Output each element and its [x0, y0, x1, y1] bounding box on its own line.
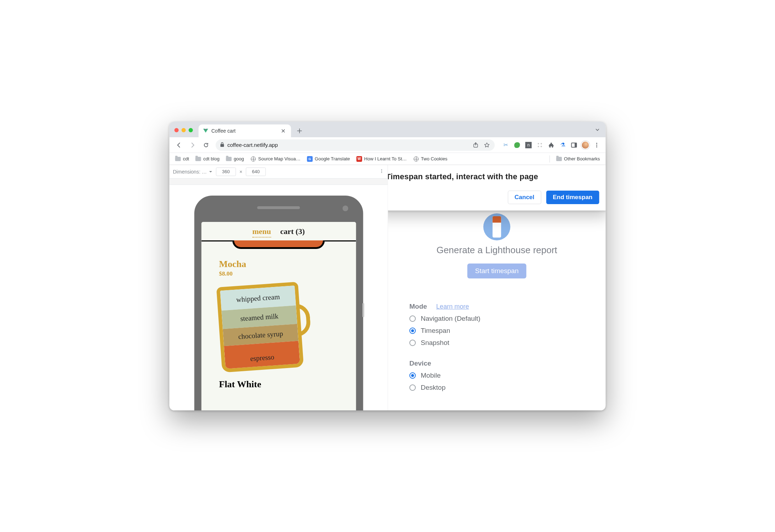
- bookmark-folder[interactable]: cdt blog: [193, 155, 222, 163]
- device-option-label: Mobile: [421, 372, 441, 379]
- toolbar-right-icons: ✂ ⚗: [498, 140, 602, 150]
- svg-point-13: [381, 172, 382, 173]
- device-option[interactable]: Mobile: [410, 372, 584, 379]
- product-card: Mocha $8.00 whipped cream steamed milk c…: [201, 249, 356, 377]
- browser-toolbar: coffee-cart.netlify.app ✂ ⚗: [170, 137, 606, 153]
- reload-button[interactable]: [200, 139, 212, 151]
- extension-n-icon[interactable]: [523, 140, 534, 150]
- bookmarks-divider: [549, 155, 550, 163]
- bookmark-link[interactable]: Two Cookies: [411, 155, 449, 163]
- bookmark-folder[interactable]: goog: [224, 155, 246, 163]
- svg-point-7: [541, 146, 542, 147]
- profile-avatar[interactable]: [580, 140, 591, 150]
- globe-icon: [413, 156, 418, 161]
- start-timespan-button[interactable]: Start timespan: [467, 264, 527, 278]
- mode-option[interactable]: Snapshot: [410, 339, 584, 347]
- lock-icon: [220, 142, 225, 148]
- timespan-modal: Timespan started, interact with the page…: [388, 165, 606, 211]
- bookmark-label: goog: [234, 156, 244, 161]
- url-text: coffee-cart.netlify.app: [228, 142, 278, 148]
- extension-labs-icon[interactable]: ⚗: [557, 140, 568, 150]
- vue-favicon-icon: [203, 128, 209, 134]
- browser-menu-button[interactable]: [592, 140, 602, 150]
- new-tab-button[interactable]: [295, 126, 305, 136]
- nav-menu-link[interactable]: menu: [252, 227, 271, 238]
- svg-point-10: [596, 146, 597, 147]
- address-bar[interactable]: coffee-cart.netlify.app: [216, 139, 495, 151]
- svg-point-4: [538, 143, 539, 144]
- globe-icon: [251, 156, 256, 161]
- bookmark-label: Source Map Visua…: [258, 156, 300, 161]
- svg-point-6: [538, 146, 539, 147]
- dropdown-icon: [209, 170, 212, 174]
- cup-layer: espresso: [224, 341, 300, 373]
- dimensions-label[interactable]: Dimensions: …: [173, 169, 207, 175]
- bookmark-link[interactable]: GGoogle Translate: [305, 155, 352, 163]
- bookmark-label: How I Learnt To St…: [364, 156, 407, 161]
- cancel-button[interactable]: Cancel: [508, 191, 541, 204]
- svg-point-12: [381, 171, 382, 172]
- bookmark-label: cdt blog: [203, 156, 220, 161]
- bookmark-star-button[interactable]: [483, 141, 491, 149]
- bookmark-link[interactable]: Source Map Visua…: [248, 155, 303, 163]
- lighthouse-heading: Generate a Lighthouse report: [437, 245, 557, 256]
- device-frame: menu cart (3) Mocha $8.00 whippe: [194, 196, 363, 410]
- extension-scissors-icon[interactable]: ✂: [501, 140, 511, 150]
- mode-option[interactable]: Timespan: [410, 327, 584, 335]
- maximize-window-button[interactable]: [189, 128, 193, 132]
- product-name: Flat White: [219, 379, 338, 390]
- tab-search-button[interactable]: [595, 127, 600, 134]
- side-panel-button[interactable]: [569, 140, 579, 150]
- back-button[interactable]: [173, 139, 185, 151]
- device-toolbar: Dimensions: … ×: [170, 165, 388, 179]
- content-area: Dimensions: … ×: [170, 165, 606, 410]
- device-option[interactable]: Desktop: [410, 384, 584, 392]
- tab-title: Coffee cart: [212, 128, 277, 134]
- close-tab-button[interactable]: ✕: [279, 127, 287, 135]
- svg-point-8: [596, 143, 597, 144]
- product-name: Mocha: [219, 259, 338, 270]
- cup-body-icon: whipped cream steamed milk chocolate syr…: [216, 282, 304, 372]
- extension-grid-icon[interactable]: [535, 140, 545, 150]
- lighthouse-logo-icon: [483, 213, 511, 240]
- mode-option[interactable]: Navigation (Default): [410, 315, 584, 323]
- viewport-height-input[interactable]: [246, 167, 266, 176]
- app-screen[interactable]: menu cart (3) Mocha $8.00 whippe: [201, 222, 356, 410]
- viewport-width-input[interactable]: [216, 167, 236, 176]
- bookmarks-bar: cdt cdt blog goog Source Map Visua… GGoo…: [170, 153, 606, 165]
- extension-green-icon[interactable]: [512, 140, 523, 150]
- share-button[interactable]: [471, 141, 480, 149]
- radio-checked-icon: [410, 328, 416, 334]
- browser-tab[interactable]: Coffee cart ✕: [199, 124, 291, 137]
- close-window-button[interactable]: [175, 128, 179, 132]
- window-controls: [175, 128, 193, 132]
- w-icon: W: [356, 156, 362, 162]
- extensions-menu-button[interactable]: [546, 140, 557, 150]
- bookmark-link[interactable]: WHow I Learnt To St…: [354, 155, 409, 163]
- end-timespan-button[interactable]: End timespan: [546, 191, 599, 204]
- other-bookmarks-folder[interactable]: Other Bookmarks: [554, 155, 602, 163]
- forward-button[interactable]: [187, 139, 199, 151]
- modal-title: Timespan started, interact with the page: [388, 172, 599, 181]
- svg-point-9: [596, 144, 597, 145]
- mode-option-label: Timespan: [421, 327, 450, 335]
- product-card: Flat White: [201, 379, 356, 390]
- device-option-label: Desktop: [421, 384, 446, 392]
- device-emulation-pane: Dimensions: … ×: [170, 165, 388, 410]
- bookmark-folder[interactable]: cdt: [173, 155, 191, 163]
- translate-icon: G: [307, 156, 312, 162]
- cup-illustration[interactable]: whipped cream steamed milk chocolate syr…: [215, 284, 315, 373]
- viewport-resize-handle[interactable]: [362, 303, 364, 317]
- minimize-window-button[interactable]: [182, 128, 186, 132]
- radio-icon: [410, 315, 416, 322]
- device-menu-button[interactable]: [379, 169, 384, 175]
- nav-cart-link[interactable]: cart (3): [280, 227, 305, 236]
- bookmark-label: Google Translate: [315, 156, 350, 161]
- mode-option-label: Navigation (Default): [421, 315, 481, 323]
- product-price: $8.00: [219, 270, 338, 277]
- learn-more-link[interactable]: Learn more: [436, 303, 469, 310]
- bookmark-label: Other Bookmarks: [564, 156, 600, 161]
- svg-point-11: [381, 169, 382, 170]
- lighthouse-settings: Mode Learn more Navigation (Default) Tim…: [388, 300, 606, 392]
- folder-icon: [196, 157, 201, 161]
